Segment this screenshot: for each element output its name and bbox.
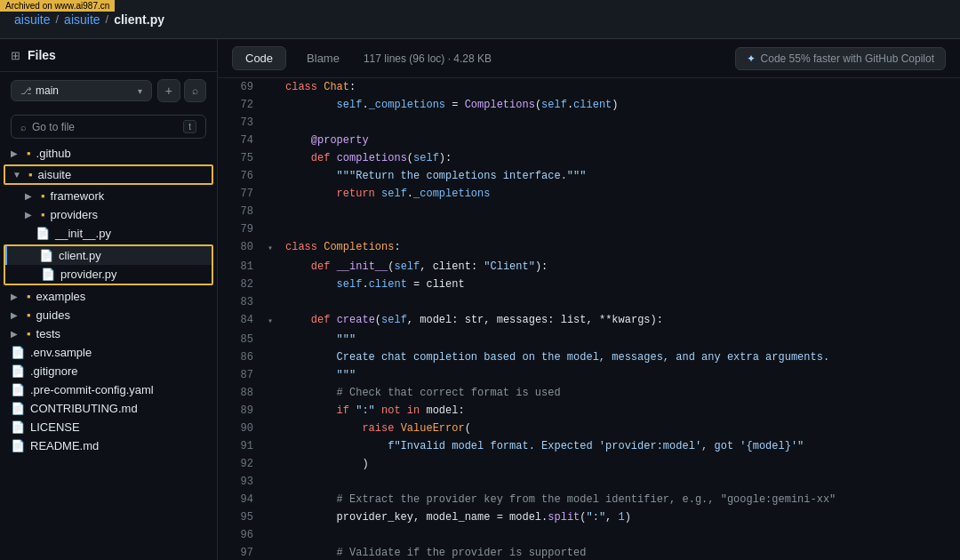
chevron-right-icon: ▶ [11, 329, 21, 339]
code-line-75: 75 def completions(self): [218, 149, 960, 167]
code-line-93: 93 [218, 473, 960, 491]
sidebar-title: Files [28, 48, 56, 62]
code-line-85: 85 """ [218, 331, 960, 348]
tab-code[interactable]: Code [232, 46, 286, 70]
file-icon: 📄 [41, 268, 55, 281]
chevron-down-icon: ▼ [12, 170, 23, 180]
tree-item-contributing[interactable]: 📄 CONTRIBUTING.md [0, 399, 217, 418]
tree-item-github[interactable]: ▶ ▪ .github [0, 144, 217, 163]
copilot-icon: ✦ [747, 52, 756, 65]
files-grid-icon: ⊞ [11, 49, 20, 62]
search-button[interactable]: ⌕ [184, 79, 206, 102]
tree-item-label: .github [36, 147, 71, 160]
tree-item-env-sample[interactable]: 📄 .env.sample [0, 343, 217, 362]
search-icon: ⌕ [20, 122, 27, 132]
breadcrumb-sep2: / [106, 12, 109, 26]
file-icon: 📄 [11, 346, 25, 359]
code-line-89: 89 if ":" not in model: [218, 402, 960, 420]
branch-name: main [36, 84, 59, 97]
tree-item-label: .pre-commit-config.yaml [30, 383, 154, 396]
folder-icon: ▪ [27, 147, 31, 160]
tree-item-gitignore[interactable]: 📄 .gitignore [0, 362, 217, 380]
go-to-file-label: Go to file [32, 121, 75, 133]
tree-item-client-py[interactable]: 📄 client.py [5, 246, 212, 265]
code-line-91: 91 f"Invalid model format. Expected 'pro… [218, 437, 960, 455]
file-icon: 📄 [11, 439, 25, 452]
file-icon: 📄 [36, 227, 50, 240]
tree-item-label: CONTRIBUTING.md [30, 402, 138, 415]
code-line-83: 83 [218, 293, 960, 311]
folder-icon: ▪ [27, 327, 31, 340]
breadcrumb-aisuite[interactable]: aisuite [64, 12, 100, 27]
tab-blame[interactable]: Blame [293, 46, 353, 70]
code-line-76: 76 """Return the completions interface."… [218, 167, 960, 185]
file-icon: 📄 [11, 364, 25, 378]
code-line-78: 78 [218, 203, 960, 220]
branch-selector-button[interactable]: ⎇ main ▾ [11, 80, 152, 101]
tree-item-label: guides [36, 308, 70, 322]
tree-item-framework[interactable]: ▶ ▪ framework [0, 187, 217, 205]
tree-item-label: LICENSE [30, 420, 80, 434]
folder-icon: ▪ [41, 208, 45, 221]
add-file-button[interactable]: + [157, 79, 180, 102]
tree-item-examples[interactable]: ▶ ▪ examples [0, 287, 217, 306]
code-line-69: 69 class Chat: [218, 78, 960, 96]
code-line-74: 74 @property [218, 132, 960, 149]
code-line-95: 95 provider_key, model_name = model.spli… [218, 508, 960, 526]
code-line-87: 87 """ [218, 366, 960, 384]
file-icon: 📄 [39, 249, 53, 262]
chevron-right-icon: ▶ [11, 148, 21, 158]
chevron-down-icon: ▾ [138, 86, 142, 96]
code-line-86: 86 Create chat completion based on the m… [218, 348, 960, 366]
file-icon: 📄 [11, 383, 25, 396]
file-icon: 📄 [11, 420, 25, 434]
code-line-90: 90 raise ValueError( [218, 420, 960, 437]
tree-item-init[interactable]: 📄 __init__.py [0, 224, 217, 243]
tree-item-label: examples [36, 290, 86, 303]
folder-icon: ▪ [28, 168, 33, 181]
tree-item-label: .gitignore [30, 364, 77, 378]
tree-item-precommit[interactable]: 📄 .pre-commit-config.yaml [0, 380, 217, 399]
tree-item-license[interactable]: 📄 LICENSE [0, 418, 217, 436]
copilot-label: Code 55% faster with GitHub Copilot [761, 52, 934, 65]
tree-item-tests[interactable]: ▶ ▪ tests [0, 324, 217, 343]
code-line-81: 81 def __init__(self, client: "Client"): [218, 258, 960, 276]
chevron-right-icon: ▶ [11, 292, 21, 301]
code-line-72: 72 self._completions = Completions(self.… [218, 96, 960, 114]
tree-item-providers[interactable]: ▶ ▪ providers [0, 205, 217, 224]
code-line-79: 79 [218, 220, 960, 238]
go-to-file-input[interactable]: ⌕ Go to file t [11, 115, 206, 139]
breadcrumb-sep1: / [55, 12, 59, 26]
code-line-82: 82 self.client = client [218, 276, 960, 293]
tree-item-readme[interactable]: 📄 README.md [0, 436, 217, 455]
code-line-94: 94 # Extract the provider key from the m… [218, 491, 960, 508]
code-line-73: 73 [218, 114, 960, 132]
breadcrumb-aisuite-root[interactable]: aisuite [14, 12, 50, 27]
tree-item-label: provider.py [60, 268, 117, 281]
tree-item-guides[interactable]: ▶ ▪ guides [0, 306, 217, 324]
code-line-80: 80 ▾ class Completions: [218, 238, 960, 258]
tree-item-label: providers [51, 208, 98, 221]
chevron-right-icon: ▶ [25, 210, 36, 220]
tree-item-label: __init__.py [55, 227, 111, 240]
tree-item-label: .env.sample [30, 346, 92, 359]
file-icon: 📄 [11, 402, 25, 415]
archived-notice: Archived on www.ai987.cn [0, 0, 115, 12]
copilot-button[interactable]: ✦ Code 55% faster with GitHub Copilot [735, 47, 946, 70]
folder-icon: ▪ [41, 189, 45, 203]
code-line-97: 97 # Validate if the provider is support… [218, 544, 960, 560]
code-line-92: 92 ) [218, 455, 960, 473]
tree-item-label: README.md [30, 439, 99, 452]
tree-item-aisuite[interactable]: ▼ ▪ aisuite [4, 164, 213, 185]
branch-icon: ⎇ [20, 85, 32, 97]
tree-item-label: aisuite [38, 168, 72, 181]
chevron-right-icon: ▶ [11, 310, 21, 320]
code-line-96: 96 [218, 526, 960, 544]
tree-item-provider-py[interactable]: 📄 provider.py [5, 265, 212, 284]
code-line-88: 88 # Check that correct format is used [218, 384, 960, 402]
code-line-77: 77 return self._completions [218, 185, 960, 203]
code-line-84: 84 ▾ def create(self, model: str, messag… [218, 311, 960, 331]
code-view[interactable]: 69 class Chat: 72 self._completions = Co… [218, 78, 960, 560]
breadcrumb-current-file: client.py [114, 12, 164, 27]
file-tree: ▶ ▪ .github ▼ ▪ aisuite ▶ ▪ framework ▶ … [0, 144, 217, 560]
